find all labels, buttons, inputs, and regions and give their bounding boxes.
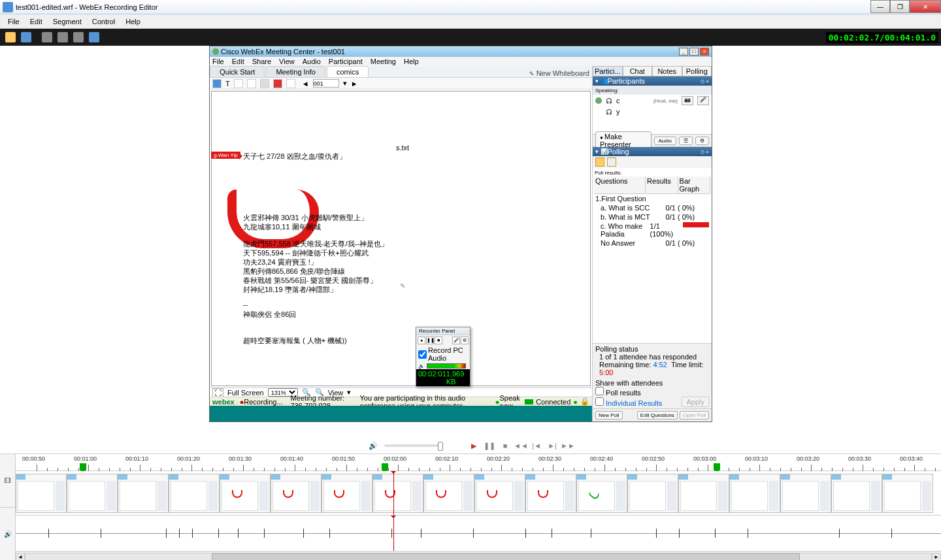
thumbnail[interactable] — [831, 474, 882, 513]
thumbnail[interactable] — [118, 474, 169, 513]
mmenu-audio[interactable]: Audio — [303, 58, 321, 65]
scroll-thumb[interactable] — [212, 553, 800, 560]
scroll-left-button[interactable]: ◄ — [16, 553, 25, 560]
options-icon[interactable]: ⚙ — [695, 137, 709, 145]
whiteboard-canvas[interactable]: s.txt g-Wan Yip 天子七 27/28 凶獸之血/復仇者」 火雲邪神… — [211, 91, 591, 386]
thumbnail[interactable] — [627, 474, 678, 513]
color-tool-icon[interactable] — [273, 79, 282, 88]
forward-button[interactable]: ►| — [548, 441, 557, 450]
meeting-close-button[interactable]: × — [700, 48, 709, 56]
thumbnail[interactable] — [16, 474, 67, 513]
horizontal-scrollbar[interactable]: ◄ ► — [16, 551, 941, 560]
thumbnail[interactable] — [525, 474, 576, 513]
apply-button[interactable]: Apply — [682, 397, 709, 407]
menu-help[interactable]: Help — [120, 16, 146, 27]
thumbnail[interactable] — [576, 474, 627, 513]
meeting-min-button[interactable]: _ — [679, 48, 688, 56]
rec-mic-button[interactable]: 🎤 — [452, 337, 460, 344]
poll-save-icon[interactable] — [607, 157, 616, 167]
mmenu-share[interactable]: Share — [252, 58, 271, 65]
maximize-button[interactable]: ❐ — [890, 0, 910, 13]
tab-quickstart[interactable]: Quick Start — [210, 66, 265, 77]
thumbnail-track[interactable] — [16, 471, 941, 516]
pen-tool-icon[interactable] — [260, 79, 269, 88]
playhead[interactable] — [393, 471, 394, 515]
mmenu-participant[interactable]: Participant — [329, 58, 363, 65]
mmenu-view[interactable]: View — [279, 58, 295, 65]
meeting-max-button[interactable]: □ — [689, 48, 699, 56]
thumbnail[interactable] — [372, 474, 423, 513]
rect-tool-icon[interactable] — [247, 79, 256, 88]
playhead-audio[interactable] — [393, 516, 394, 551]
minimize-button[interactable]: — — [870, 0, 890, 13]
timeline-marker[interactable] — [714, 463, 720, 470]
mute-button[interactable]: 🎤 — [697, 96, 709, 105]
rtab-chat[interactable]: Chat — [623, 66, 653, 76]
pointer-tool-icon[interactable] — [212, 79, 222, 88]
poll-open-icon[interactable] — [595, 157, 604, 167]
rec-pause-button[interactable]: ❚❚ — [426, 337, 434, 344]
rec-settings-button[interactable]: ⚙ — [461, 337, 469, 344]
audio-button[interactable]: Audio — [654, 137, 676, 145]
timeline-marker[interactable] — [80, 463, 86, 470]
participant-row[interactable]: 🎧 c (Host, me) 📷 🎤 — [593, 95, 712, 107]
rewind-button[interactable]: |◄ — [532, 441, 541, 450]
copy-icon[interactable] — [58, 32, 68, 42]
video-button[interactable]: 📷 — [682, 96, 693, 105]
fullscreen-button[interactable]: Full Screen — [227, 389, 264, 397]
eraser-tool-icon[interactable] — [286, 79, 295, 88]
thumbnail[interactable] — [423, 474, 474, 513]
thumbnail[interactable] — [729, 474, 780, 513]
audio-track-icon[interactable]: 🔊 — [0, 508, 15, 560]
page-input[interactable] — [313, 79, 339, 88]
mmenu-edit[interactable]: Edit — [232, 58, 244, 65]
pause-button[interactable]: ❚❚ — [485, 441, 494, 450]
menu-edit[interactable]: Edit — [25, 16, 48, 27]
save-icon[interactable] — [21, 32, 31, 42]
menu-segment[interactable]: Segment — [48, 16, 87, 27]
thumbnail[interactable] — [169, 474, 220, 513]
rtab-participants[interactable]: Partici... — [593, 66, 623, 76]
thumbnail[interactable] — [67, 474, 118, 513]
menu-control[interactable]: Control — [87, 16, 120, 27]
close-button[interactable]: ✕ — [910, 0, 941, 13]
list-view-icon[interactable]: ☰ — [679, 137, 693, 145]
new-whiteboard-button[interactable]: ✎ New Whiteboard — [529, 69, 589, 77]
open-poll-button[interactable]: Open Poll — [680, 411, 709, 420]
scroll-right-button[interactable]: ► — [932, 553, 941, 560]
rec-audio-checkbox[interactable] — [418, 350, 427, 359]
new-poll-button[interactable]: New Poll — [595, 411, 623, 420]
time-ruler[interactable]: 00:00:5000:01:0000:01:1000:01:2000:01:30… — [16, 454, 941, 471]
rec-record-button[interactable]: ● — [418, 337, 425, 344]
volume-icon[interactable]: 🔊 — [369, 441, 378, 450]
rec-stop-button[interactable]: ■ — [435, 337, 442, 344]
help-icon[interactable] — [89, 32, 99, 42]
line-tool-icon[interactable] — [234, 79, 243, 88]
next-frame-button[interactable]: ►► — [563, 441, 572, 450]
thumbnail[interactable] — [271, 474, 322, 513]
mmenu-help[interactable]: Help — [404, 58, 419, 65]
play-button[interactable]: ▶ — [469, 441, 478, 450]
edit-questions-button[interactable]: Edit Questions — [637, 411, 678, 420]
tab-comics[interactable]: comics — [327, 66, 369, 77]
prev-frame-button[interactable]: ◄◄ — [516, 441, 525, 450]
audio-track[interactable] — [16, 516, 941, 551]
cut-icon[interactable] — [42, 32, 52, 42]
mmenu-file[interactable]: File — [212, 58, 224, 65]
mmenu-meeting[interactable]: Meeting — [371, 58, 396, 65]
open-icon[interactable] — [5, 32, 16, 42]
thumbnail[interactable] — [780, 474, 831, 513]
share-individual-checkbox[interactable] — [595, 397, 604, 406]
video-track-icon[interactable]: 🎞 — [0, 454, 15, 508]
volume-slider[interactable] — [384, 444, 443, 447]
timeline-marker[interactable] — [382, 463, 388, 470]
thumbnail[interactable] — [882, 474, 933, 513]
rtab-notes[interactable]: Notes — [652, 66, 682, 76]
stop-button[interactable]: ■ — [501, 441, 510, 450]
rtab-polling[interactable]: Polling — [682, 66, 712, 76]
menu-file[interactable]: File — [3, 16, 25, 27]
paste-icon[interactable] — [73, 32, 84, 42]
thumbnail[interactable] — [474, 474, 525, 513]
thumbnail[interactable] — [220, 474, 271, 513]
recorder-panel[interactable]: Recorder Panel ● ❚❚ ■ 🎤 ⚙ Record PC Audi… — [416, 327, 470, 387]
